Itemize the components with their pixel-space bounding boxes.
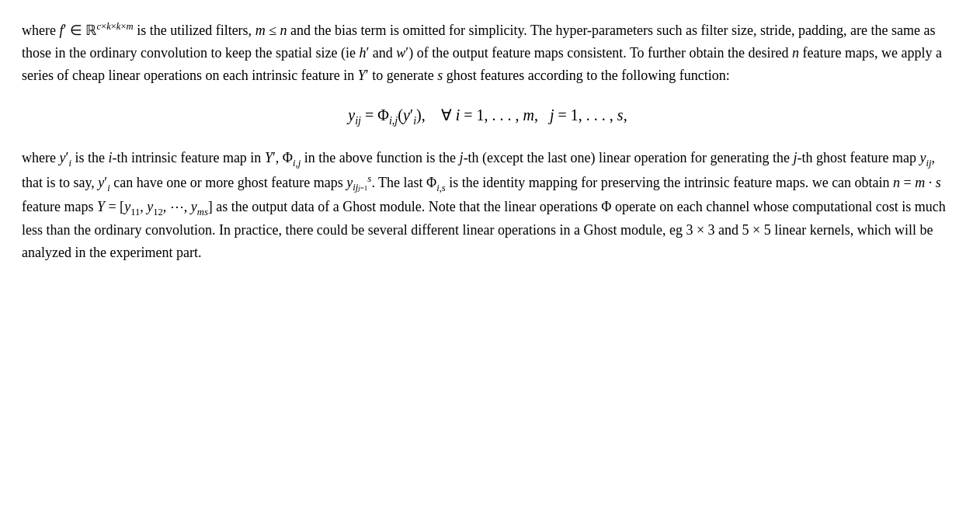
paragraph-2: where y′i is the i-th intrinsic feature … xyxy=(22,147,954,264)
equation-text: yij = Φi,j(y′i), ∀ i = 1, . . . , m, j =… xyxy=(348,103,627,130)
document-content: where f′ ∈ ℝc×k×k×m is the utilized filt… xyxy=(22,19,954,264)
equation: yij = Φi,j(y′i), ∀ i = 1, . . . , m, j =… xyxy=(22,103,954,130)
paragraph-1: where f′ ∈ ℝc×k×k×m is the utilized filt… xyxy=(22,19,954,86)
